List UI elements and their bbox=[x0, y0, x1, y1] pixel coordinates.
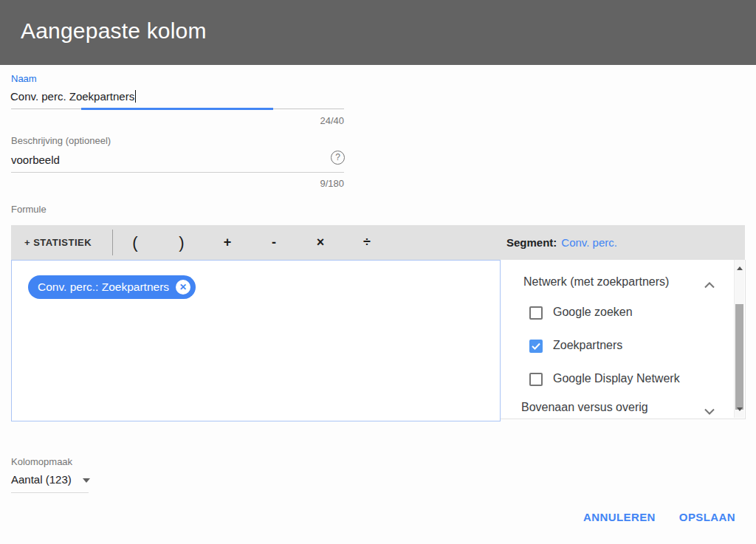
save-button[interactable]: OPSLAAN bbox=[679, 511, 735, 523]
checkbox-zoekpartners[interactable] bbox=[529, 340, 543, 353]
name-field-label: Naam bbox=[11, 73, 37, 84]
name-char-counter: 24/40 bbox=[11, 115, 344, 126]
option-label-google-zoeken[interactable]: Google zoeken bbox=[553, 306, 633, 319]
formula-toolbar: + STATISTIEK ( ) + - × ÷ Segment: Conv. … bbox=[11, 225, 745, 260]
name-input[interactable]: Conv. perc. Zoekpartners bbox=[10, 90, 136, 103]
section-top-vs-other-label[interactable]: Bovenaan versus overig bbox=[521, 401, 648, 414]
help-icon[interactable]: ? bbox=[331, 151, 345, 165]
column-format-value: Aantal (123) bbox=[11, 473, 72, 486]
toolbar-divider bbox=[112, 230, 113, 255]
scrollbar[interactable] bbox=[734, 260, 744, 418]
custom-column-dialog: Aangepaste kolom Naam Conv. perc. Zoekpa… bbox=[0, 0, 756, 544]
description-char-counter: 9/180 bbox=[11, 178, 344, 189]
chip-remove-icon[interactable]: ✕ bbox=[176, 280, 190, 295]
close-paren-button[interactable]: ) bbox=[167, 225, 196, 260]
column-format-underline bbox=[11, 492, 89, 493]
add-metric-button[interactable]: + STATISTIEK bbox=[24, 225, 92, 260]
multiply-operator-button[interactable]: × bbox=[306, 225, 335, 260]
description-input[interactable]: voorbeeld bbox=[11, 154, 60, 166]
open-paren-button[interactable]: ( bbox=[120, 225, 150, 260]
dialog-actions: ANNULEREN OPSLAAN bbox=[583, 511, 735, 523]
column-format-dropdown[interactable]: Aantal (123) bbox=[11, 473, 90, 486]
page-title: Aangepaste kolom bbox=[21, 18, 207, 44]
metric-chip-label: Conv. perc.: Zoekpartners bbox=[38, 280, 169, 294]
checkbox-google-zoeken[interactable] bbox=[529, 306, 543, 320]
minus-operator-button[interactable]: - bbox=[259, 225, 289, 260]
segment-selector: Segment: Conv. perc. bbox=[506, 225, 617, 260]
column-format-label: Kolomopmaak bbox=[11, 456, 72, 467]
name-input-value: Conv. perc. Zoekpartners bbox=[10, 90, 134, 103]
checkmark-icon bbox=[532, 342, 540, 350]
metric-chip[interactable]: Conv. perc.: Zoekpartners ✕ bbox=[28, 275, 196, 299]
divide-operator-button[interactable]: ÷ bbox=[352, 225, 382, 260]
segment-value-link[interactable]: Conv. perc. bbox=[561, 236, 617, 249]
description-field-label: Beschrijving (optioneel) bbox=[11, 135, 111, 146]
scrollbar-thumb[interactable] bbox=[735, 304, 743, 410]
dropdown-arrow-icon bbox=[83, 478, 90, 483]
plus-operator-button[interactable]: + bbox=[213, 225, 242, 260]
scroll-down-icon[interactable] bbox=[737, 407, 743, 411]
checkbox-google-display-netwerk[interactable] bbox=[529, 373, 543, 386]
name-input-underline bbox=[11, 109, 344, 109]
chevron-up-icon[interactable] bbox=[704, 278, 715, 292]
description-input-underline bbox=[11, 172, 344, 173]
segment-picker-panel: Netwerk (met zoekpartners) Google zoeken… bbox=[501, 260, 746, 419]
option-label-google-display-netwerk[interactable]: Google Display Netwerk bbox=[553, 372, 680, 385]
focus-underline bbox=[81, 108, 273, 110]
section-network-label[interactable]: Netwerk (met zoekpartners) bbox=[523, 275, 669, 289]
option-label-zoekpartners[interactable]: Zoekpartners bbox=[553, 339, 622, 352]
text-caret bbox=[135, 90, 136, 103]
formula-label: Formule bbox=[11, 204, 47, 215]
chevron-down-icon[interactable] bbox=[704, 404, 715, 418]
scroll-up-icon[interactable] bbox=[737, 266, 743, 270]
cancel-button[interactable]: ANNULEREN bbox=[583, 511, 656, 523]
segment-label: Segment: bbox=[506, 236, 557, 249]
dialog-header: Aangepaste kolom bbox=[0, 0, 756, 65]
formula-editor[interactable]: Conv. perc.: Zoekpartners ✕ bbox=[11, 260, 501, 421]
